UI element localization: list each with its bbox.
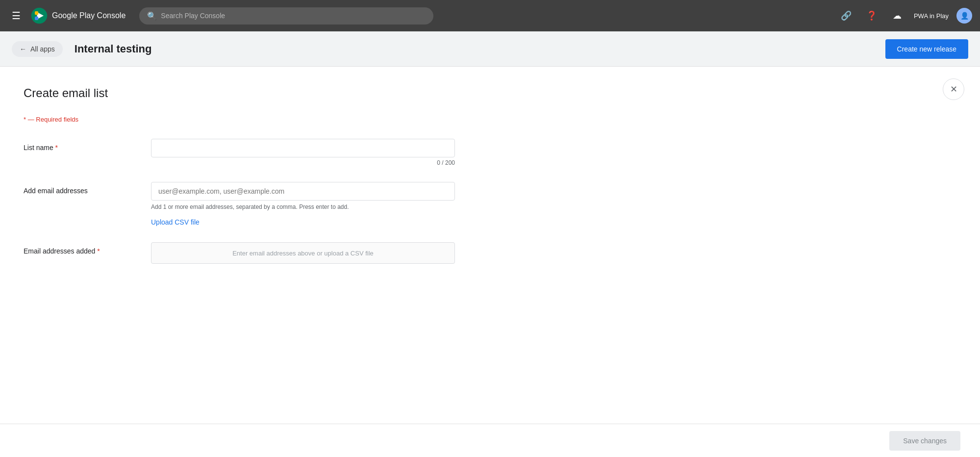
search-bar[interactable]: 🔍 bbox=[139, 7, 433, 25]
modal-footer: Save changes bbox=[0, 424, 980, 457]
add-email-row: Add email addresses Add 1 or more email … bbox=[24, 182, 514, 227]
email-added-label: Email addresses added * bbox=[24, 242, 151, 255]
help-icon[interactable]: ❓ bbox=[863, 7, 880, 25]
svg-rect-3 bbox=[35, 17, 38, 20]
email-addresses-input[interactable] bbox=[151, 182, 455, 201]
modal-title: Create email list bbox=[24, 86, 956, 100]
close-icon: ✕ bbox=[950, 84, 957, 95]
avatar[interactable]: 👤 bbox=[956, 8, 972, 24]
close-button[interactable]: ✕ bbox=[943, 78, 964, 100]
email-added-placeholder: Enter email addresses above or upload a … bbox=[151, 242, 455, 264]
save-changes-button[interactable]: Save changes bbox=[889, 431, 960, 451]
cloud-icon[interactable]: ☁ bbox=[888, 7, 906, 25]
app-name: PWA in Play bbox=[914, 12, 949, 20]
page-title: Internal testing bbox=[75, 43, 152, 55]
play-console-logo-icon bbox=[30, 7, 48, 25]
modal-panel: Create email list ✕ * — Required fields … bbox=[0, 67, 980, 457]
email-addresses-label: Add email addresses bbox=[24, 182, 151, 195]
email-added-field: Enter email addresses above or upload a … bbox=[151, 242, 455, 264]
required-text: — Required fields bbox=[26, 116, 78, 123]
menu-icon[interactable]: ☰ bbox=[8, 6, 25, 25]
svg-rect-2 bbox=[35, 11, 38, 15]
required-note: * — Required fields bbox=[24, 116, 956, 123]
search-icon: 🔍 bbox=[147, 11, 157, 21]
email-helper-text: Add 1 or more email addresses, separated… bbox=[151, 203, 455, 210]
list-name-field: 0 / 200 bbox=[151, 139, 455, 166]
search-input[interactable] bbox=[161, 12, 426, 20]
email-addresses-field: Add 1 or more email addresses, separated… bbox=[151, 182, 455, 227]
email-added-row: Email addresses added * Enter email addr… bbox=[24, 242, 514, 264]
topbar-right: 🔗 ❓ ☁ PWA in Play 👤 bbox=[837, 7, 972, 25]
subheader: ← All apps Internal testing Create new r… bbox=[0, 31, 980, 67]
email-added-required: * bbox=[97, 247, 100, 255]
upload-csv-link[interactable]: Upload CSV file bbox=[151, 218, 200, 226]
list-name-label: List name * bbox=[24, 139, 151, 152]
topbar: ☰ Google Play Console 🔍 🔗 ❓ ☁ PWA in Pla… bbox=[0, 0, 980, 31]
app-logo: Google Play Console bbox=[30, 7, 126, 25]
list-name-row: List name * 0 / 200 bbox=[24, 139, 514, 166]
link-icon[interactable]: 🔗 bbox=[837, 7, 855, 25]
back-arrow-icon: ← bbox=[20, 45, 26, 53]
back-button[interactable]: ← All apps bbox=[12, 41, 63, 57]
back-label: All apps bbox=[30, 45, 55, 53]
create-new-release-button[interactable]: Create new release bbox=[885, 39, 968, 59]
char-count: 0 / 200 bbox=[151, 159, 455, 166]
logo-text: Google Play Console bbox=[52, 11, 126, 20]
list-name-required: * bbox=[55, 144, 58, 152]
modal-overlay: Create email list ✕ * — Required fields … bbox=[0, 67, 980, 457]
list-name-input[interactable] bbox=[151, 139, 455, 157]
